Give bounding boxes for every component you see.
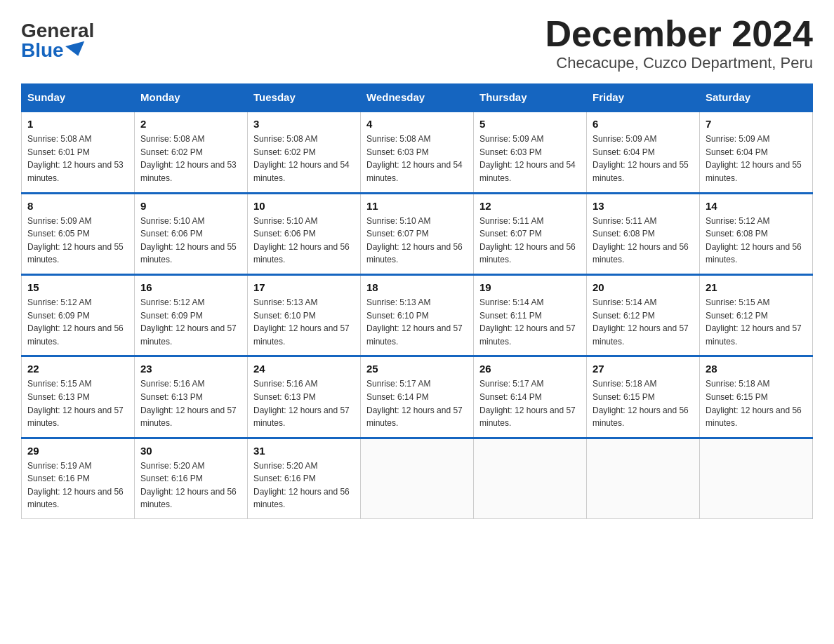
day-of-week-header: Friday xyxy=(587,84,700,112)
calendar-day-cell: 9Sunrise: 5:10 AMSunset: 6:06 PMDaylight… xyxy=(135,193,248,274)
day-number: 3 xyxy=(253,118,355,130)
calendar-day-cell: 6Sunrise: 5:09 AMSunset: 6:04 PMDaylight… xyxy=(587,112,700,193)
day-info: Sunrise: 5:12 AMSunset: 6:09 PMDaylight:… xyxy=(140,296,241,348)
calendar-header-row: SundayMondayTuesdayWednesdayThursdayFrid… xyxy=(22,84,813,112)
logo: General Blue xyxy=(21,21,94,60)
calendar-day-cell: 21Sunrise: 5:15 AMSunset: 6:12 PMDayligh… xyxy=(700,274,813,356)
day-info: Sunrise: 5:17 AMSunset: 6:14 PMDaylight:… xyxy=(366,377,468,429)
day-info: Sunrise: 5:17 AMSunset: 6:14 PMDaylight:… xyxy=(479,377,581,429)
day-info: Sunrise: 5:10 AMSunset: 6:07 PMDaylight:… xyxy=(366,215,468,267)
day-number: 12 xyxy=(479,200,581,212)
day-number: 18 xyxy=(366,281,468,293)
day-info: Sunrise: 5:20 AMSunset: 6:16 PMDaylight:… xyxy=(140,459,241,511)
calendar-day-cell: 20Sunrise: 5:14 AMSunset: 6:12 PMDayligh… xyxy=(587,274,700,356)
calendar-day-cell: 3Sunrise: 5:08 AMSunset: 6:02 PMDaylight… xyxy=(248,112,361,193)
day-number: 2 xyxy=(140,118,241,130)
day-of-week-header: Thursday xyxy=(474,84,587,112)
day-number: 29 xyxy=(27,445,128,457)
calendar-day-cell: 25Sunrise: 5:17 AMSunset: 6:14 PMDayligh… xyxy=(361,356,474,438)
day-info: Sunrise: 5:09 AMSunset: 6:03 PMDaylight:… xyxy=(479,133,581,185)
day-info: Sunrise: 5:08 AMSunset: 6:01 PMDaylight:… xyxy=(27,133,128,185)
day-info: Sunrise: 5:09 AMSunset: 6:04 PMDaylight:… xyxy=(706,133,807,185)
day-info: Sunrise: 5:08 AMSunset: 6:03 PMDaylight:… xyxy=(366,133,468,185)
day-of-week-header: Saturday xyxy=(700,84,813,112)
logo-blue-text: Blue xyxy=(21,41,86,60)
day-number: 16 xyxy=(140,281,241,293)
day-info: Sunrise: 5:18 AMSunset: 6:15 PMDaylight:… xyxy=(593,377,694,429)
day-info: Sunrise: 5:14 AMSunset: 6:11 PMDaylight:… xyxy=(479,296,581,348)
day-info: Sunrise: 5:13 AMSunset: 6:10 PMDaylight:… xyxy=(366,296,468,348)
calendar-day-cell: 2Sunrise: 5:08 AMSunset: 6:02 PMDaylight… xyxy=(135,112,248,193)
day-info: Sunrise: 5:16 AMSunset: 6:13 PMDaylight:… xyxy=(140,377,241,429)
day-info: Sunrise: 5:12 AMSunset: 6:09 PMDaylight:… xyxy=(27,296,128,348)
calendar-day-cell: 22Sunrise: 5:15 AMSunset: 6:13 PMDayligh… xyxy=(22,356,135,438)
day-number: 13 xyxy=(593,200,694,212)
calendar-day-cell: 15Sunrise: 5:12 AMSunset: 6:09 PMDayligh… xyxy=(22,274,135,356)
calendar-day-cell: 31Sunrise: 5:20 AMSunset: 6:16 PMDayligh… xyxy=(248,438,361,518)
day-info: Sunrise: 5:14 AMSunset: 6:12 PMDaylight:… xyxy=(593,296,694,348)
calendar-day-cell xyxy=(361,438,474,518)
day-info: Sunrise: 5:09 AMSunset: 6:05 PMDaylight:… xyxy=(27,215,128,267)
day-info: Sunrise: 5:15 AMSunset: 6:13 PMDaylight:… xyxy=(27,377,128,429)
day-info: Sunrise: 5:20 AMSunset: 6:16 PMDaylight:… xyxy=(253,459,355,511)
day-of-week-header: Wednesday xyxy=(361,84,474,112)
day-info: Sunrise: 5:11 AMSunset: 6:08 PMDaylight:… xyxy=(593,215,694,267)
calendar-week-row: 29Sunrise: 5:19 AMSunset: 6:16 PMDayligh… xyxy=(22,438,813,518)
day-number: 21 xyxy=(706,281,807,293)
day-info: Sunrise: 5:19 AMSunset: 6:16 PMDaylight:… xyxy=(27,459,128,511)
calendar-day-cell: 26Sunrise: 5:17 AMSunset: 6:14 PMDayligh… xyxy=(474,356,587,438)
page-header: General Blue December 2024 Checacupe, Cu… xyxy=(21,14,813,72)
day-number: 15 xyxy=(27,281,128,293)
day-of-week-header: Sunday xyxy=(22,84,135,112)
day-of-week-header: Monday xyxy=(135,84,248,112)
day-info: Sunrise: 5:08 AMSunset: 6:02 PMDaylight:… xyxy=(140,133,241,185)
title-block: December 2024 Checacupe, Cuzco Departmen… xyxy=(545,14,813,72)
day-number: 27 xyxy=(593,363,694,375)
calendar-day-cell: 24Sunrise: 5:16 AMSunset: 6:13 PMDayligh… xyxy=(248,356,361,438)
page-title: December 2024 xyxy=(545,14,813,54)
day-info: Sunrise: 5:16 AMSunset: 6:13 PMDaylight:… xyxy=(253,377,355,429)
day-number: 5 xyxy=(479,118,581,130)
day-number: 26 xyxy=(479,363,581,375)
day-number: 20 xyxy=(593,281,694,293)
logo-general-text: General xyxy=(21,21,94,41)
day-info: Sunrise: 5:12 AMSunset: 6:08 PMDaylight:… xyxy=(706,215,807,267)
calendar-day-cell: 18Sunrise: 5:13 AMSunset: 6:10 PMDayligh… xyxy=(361,274,474,356)
calendar-table: SundayMondayTuesdayWednesdayThursdayFrid… xyxy=(21,83,813,519)
calendar-day-cell: 19Sunrise: 5:14 AMSunset: 6:11 PMDayligh… xyxy=(474,274,587,356)
calendar-day-cell xyxy=(474,438,587,518)
calendar-day-cell: 10Sunrise: 5:10 AMSunset: 6:06 PMDayligh… xyxy=(248,193,361,274)
day-number: 1 xyxy=(27,118,128,130)
day-number: 17 xyxy=(253,281,355,293)
calendar-day-cell: 27Sunrise: 5:18 AMSunset: 6:15 PMDayligh… xyxy=(587,356,700,438)
calendar-day-cell: 12Sunrise: 5:11 AMSunset: 6:07 PMDayligh… xyxy=(474,193,587,274)
calendar-day-cell: 11Sunrise: 5:10 AMSunset: 6:07 PMDayligh… xyxy=(361,193,474,274)
day-number: 28 xyxy=(706,363,807,375)
calendar-day-cell: 8Sunrise: 5:09 AMSunset: 6:05 PMDaylight… xyxy=(22,193,135,274)
calendar-day-cell: 14Sunrise: 5:12 AMSunset: 6:08 PMDayligh… xyxy=(700,193,813,274)
calendar-day-cell: 4Sunrise: 5:08 AMSunset: 6:03 PMDaylight… xyxy=(361,112,474,193)
day-number: 30 xyxy=(140,445,241,457)
day-number: 4 xyxy=(366,118,468,130)
calendar-day-cell xyxy=(587,438,700,518)
calendar-day-cell: 13Sunrise: 5:11 AMSunset: 6:08 PMDayligh… xyxy=(587,193,700,274)
day-number: 10 xyxy=(253,200,355,212)
calendar-day-cell: 17Sunrise: 5:13 AMSunset: 6:10 PMDayligh… xyxy=(248,274,361,356)
calendar-week-row: 1Sunrise: 5:08 AMSunset: 6:01 PMDaylight… xyxy=(22,112,813,193)
day-number: 22 xyxy=(27,363,128,375)
day-number: 8 xyxy=(27,200,128,212)
day-number: 6 xyxy=(593,118,694,130)
day-info: Sunrise: 5:13 AMSunset: 6:10 PMDaylight:… xyxy=(253,296,355,348)
calendar-day-cell: 23Sunrise: 5:16 AMSunset: 6:13 PMDayligh… xyxy=(135,356,248,438)
logo-triangle-icon xyxy=(65,41,88,59)
day-info: Sunrise: 5:15 AMSunset: 6:12 PMDaylight:… xyxy=(706,296,807,348)
day-number: 23 xyxy=(140,363,241,375)
day-number: 7 xyxy=(706,118,807,130)
calendar-week-row: 15Sunrise: 5:12 AMSunset: 6:09 PMDayligh… xyxy=(22,274,813,356)
calendar-day-cell: 30Sunrise: 5:20 AMSunset: 6:16 PMDayligh… xyxy=(135,438,248,518)
day-number: 25 xyxy=(366,363,468,375)
calendar-day-cell xyxy=(700,438,813,518)
page-subtitle: Checacupe, Cuzco Department, Peru xyxy=(545,54,813,72)
day-info: Sunrise: 5:18 AMSunset: 6:15 PMDaylight:… xyxy=(706,377,807,429)
day-info: Sunrise: 5:11 AMSunset: 6:07 PMDaylight:… xyxy=(479,215,581,267)
